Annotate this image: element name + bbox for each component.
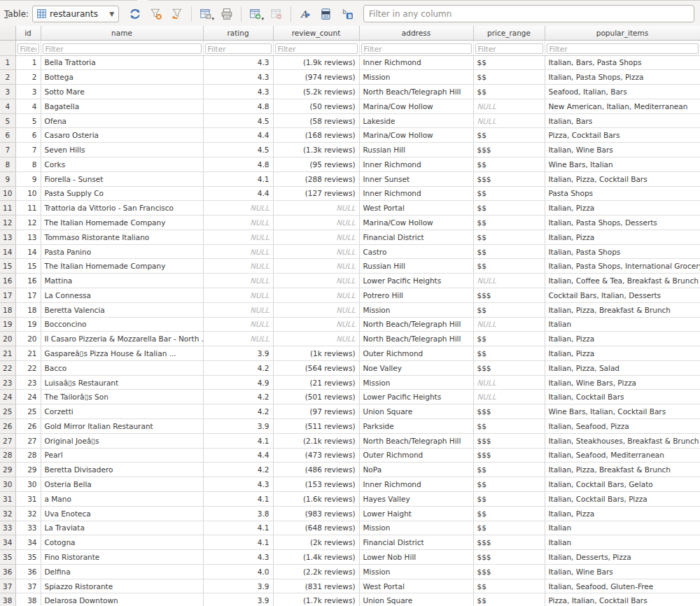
cell-id[interactable]: 33 (15, 521, 41, 535)
cell-review_count[interactable]: (473 reviews) (273, 448, 359, 463)
cell-id[interactable]: 36 (15, 564, 41, 579)
cell-name[interactable]: Bacco (41, 360, 203, 375)
cell-review_count[interactable]: (288 reviews) (273, 171, 359, 186)
cell-popular_items[interactable]: Wine Bars, Italian (545, 157, 700, 171)
cell-price_range[interactable]: NULL (473, 99, 545, 113)
cell-popular_items[interactable]: Wine Bars, Italian, Cocktail Bars (545, 404, 700, 419)
cell-id[interactable]: 3 (15, 85, 41, 99)
filter-input-review_count[interactable] (275, 43, 358, 54)
cell-address[interactable]: Parkside (359, 419, 473, 434)
filter-input-popular_items[interactable] (547, 43, 699, 54)
font-button[interactable]: A (296, 5, 314, 23)
row-number-header[interactable]: 5 (0, 113, 15, 128)
filter-input-name[interactable] (43, 43, 202, 54)
row-number-header[interactable]: 4 (0, 99, 15, 113)
cell-id[interactable]: 11 (15, 201, 41, 216)
cell-popular_items[interactable]: Italian, Desserts, Pizza (545, 550, 700, 565)
cell-address[interactable]: Lower Pacific Heights (359, 390, 473, 404)
cell-name[interactable]: Bottega (41, 70, 203, 85)
cell-price_range[interactable]: $$ (473, 230, 545, 244)
cell-address[interactable]: North Beach/Telegraph Hill (359, 433, 473, 448)
cell-review_count[interactable]: NULL (273, 317, 359, 332)
cell-id[interactable]: 30 (15, 477, 41, 492)
cell-price_range[interactable]: $$ (473, 216, 545, 230)
cell-popular_items[interactable]: Cocktail Bars, Italian, Desserts (545, 288, 700, 303)
cell-address[interactable]: Financial District (359, 230, 473, 244)
cell-id[interactable]: 22 (15, 360, 41, 375)
insert-record-button[interactable]: ▾ (246, 5, 265, 23)
cell-address[interactable]: North Beach/Telegraph Hill (359, 317, 473, 332)
cell-price_range[interactable]: $$ (473, 55, 545, 70)
cell-popular_items[interactable]: Italian, Cocktail Bars (545, 390, 700, 404)
cell-review_count[interactable]: (501 reviews) (273, 390, 359, 404)
cell-rating[interactable]: NULL (203, 332, 273, 346)
cell-address[interactable]: Union Square (359, 404, 473, 419)
cell-address[interactable]: Inner Sunset (359, 171, 473, 186)
refresh-button[interactable] (126, 5, 144, 23)
cell-address[interactable]: Marina/Cow Hollow (359, 216, 473, 230)
row-number-header[interactable]: 2 (0, 70, 15, 85)
cell-rating[interactable]: 4.4 (203, 448, 273, 463)
row-number-header[interactable]: 10 (0, 186, 15, 201)
cell-address[interactable]: Marina/Cow Hollow (359, 128, 473, 143)
cell-rating[interactable]: 4.3 (203, 550, 273, 565)
cell-price_range[interactable]: $$$ (473, 288, 545, 303)
cell-review_count[interactable]: (511 reviews) (273, 419, 359, 434)
cell-address[interactable]: Marina/Cow Hollow (359, 99, 473, 113)
cell-rating[interactable]: 3.9 (203, 419, 273, 434)
cell-popular_items[interactable]: Italian, Steakhouses, Breakfast & Brunch (545, 433, 700, 448)
cell-address[interactable]: West Portal (359, 579, 473, 593)
cell-popular_items[interactable]: Italian, Bars (545, 113, 700, 128)
cell-price_range[interactable]: $$ (473, 157, 545, 171)
row-number-header[interactable]: 6 (0, 128, 15, 143)
row-number-header[interactable]: 31 (0, 491, 15, 506)
cell-rating[interactable]: 4.1 (203, 171, 273, 186)
cell-id[interactable]: 8 (15, 157, 41, 171)
cell-address[interactable]: Mission (359, 564, 473, 579)
cell-name[interactable]: Cotogna (41, 535, 203, 550)
cell-review_count[interactable]: NULL (273, 259, 359, 274)
cell-address[interactable]: Mission (359, 375, 473, 390)
cell-rating[interactable]: 3.9 (203, 579, 273, 593)
cell-address[interactable]: Lower Haight (359, 506, 473, 521)
cell-price_range[interactable]: $$ (473, 128, 545, 143)
cell-popular_items[interactable]: Italian, Cocktail Bars, Pizza (545, 491, 700, 506)
cell-address[interactable]: Russian Hill (359, 259, 473, 274)
cell-id[interactable]: 10 (15, 186, 41, 201)
cell-review_count[interactable]: (58 reviews) (273, 113, 359, 128)
cell-name[interactable]: a Mano (41, 491, 203, 506)
cell-id[interactable]: 29 (15, 463, 41, 477)
cell-popular_items[interactable]: Pasta Shops (545, 186, 700, 201)
cell-rating[interactable]: 4.3 (203, 85, 273, 99)
save-table-button[interactable]: ▾ (197, 5, 215, 23)
row-number-header[interactable]: 26 (0, 419, 15, 434)
cell-rating[interactable]: NULL (203, 244, 273, 259)
row-number-header[interactable]: 3 (0, 85, 15, 99)
row-number-header[interactable]: 11 (0, 201, 15, 216)
cell-review_count[interactable]: NULL (273, 288, 359, 303)
cell-price_range[interactable]: $$ (473, 521, 545, 535)
cell-popular_items[interactable]: Italian, Wine Bars, Pizza (545, 375, 700, 390)
cell-review_count[interactable]: (127 reviews) (273, 186, 359, 201)
cell-review_count[interactable]: (1.3k reviews) (273, 143, 359, 157)
cell-rating[interactable]: 3.8 (203, 506, 273, 521)
cell-popular_items[interactable]: Italian, Pasta Shops (545, 244, 700, 259)
save-filter-button[interactable] (168, 5, 186, 23)
cell-popular_items[interactable]: Italian, Pizza, Cocktail Bars (545, 171, 700, 186)
cell-id[interactable]: 6 (15, 128, 41, 143)
cell-review_count[interactable]: (983 reviews) (273, 506, 359, 521)
cell-popular_items[interactable]: Italian, Bars, Pasta Shops (545, 55, 700, 70)
cell-popular_items[interactable]: Italian, Pizza (545, 506, 700, 521)
cell-rating[interactable]: 4.2 (203, 360, 273, 375)
cell-price_range[interactable]: $$ (473, 259, 545, 274)
cell-rating[interactable]: 4.5 (203, 143, 273, 157)
cell-address[interactable]: Lakeside (359, 113, 473, 128)
cell-id[interactable]: 13 (15, 230, 41, 244)
cell-price_range[interactable]: $$$ (473, 433, 545, 448)
row-number-header[interactable]: 25 (0, 404, 15, 419)
cell-price_range[interactable]: $$ (473, 332, 545, 346)
cell-id[interactable]: 32 (15, 506, 41, 521)
cell-rating[interactable]: NULL (203, 317, 273, 332)
cell-popular_items[interactable]: Italian (545, 521, 700, 535)
cell-popular_items[interactable]: Pizza, Cocktail Bars (545, 128, 700, 143)
